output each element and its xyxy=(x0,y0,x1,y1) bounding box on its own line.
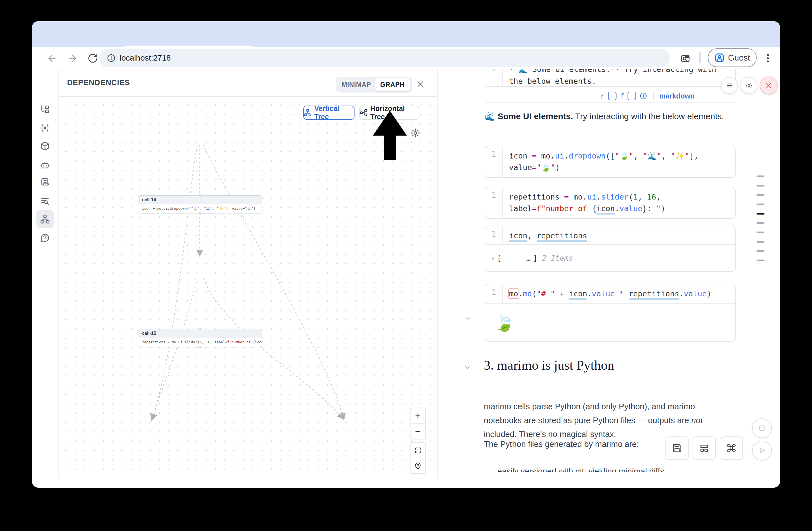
package-icon xyxy=(40,141,50,151)
toolbar-divider xyxy=(699,52,700,63)
cell-code[interactable]: icon = mo.ui.dropdown(["🍃", "🌊", "✨"], v… xyxy=(503,146,735,177)
profile-button[interactable]: Guest xyxy=(708,48,756,67)
cell-delete-button[interactable] xyxy=(760,76,778,95)
outline-mark-active[interactable] xyxy=(756,213,765,215)
url-bar[interactable]: localhost:2718 xyxy=(99,49,670,67)
language-badge[interactable]: markdown xyxy=(659,92,695,100)
expand-chevron-icon[interactable]: › xyxy=(491,254,495,262)
ellipsis: … xyxy=(526,254,531,262)
notebook-cell-md[interactable]: 1 mo.md("# " + icon.value * repetitions.… xyxy=(485,284,736,342)
outline-mark[interactable] xyxy=(756,260,765,261)
cell-code[interactable]: mo.md("# " + icon.value * repetitions.va… xyxy=(503,284,735,303)
zoom-in-button[interactable]: + xyxy=(410,408,425,423)
cell-output-divider xyxy=(485,102,736,103)
sidebar-item-ai-assistant[interactable] xyxy=(36,156,54,173)
hint-key-f: f xyxy=(620,92,624,100)
hint-divider xyxy=(653,92,654,100)
notebook-cell-clipped[interactable]: 1 **🌊 Some UI elements.** Try interactin… xyxy=(485,69,736,87)
line-number: 1 xyxy=(485,284,503,303)
layout-button[interactable] xyxy=(693,436,716,460)
sidebar-item-snippets[interactable] xyxy=(36,192,54,210)
app-sidebar xyxy=(32,69,59,478)
cell-output[interactable]: › [ … ] 2 Items xyxy=(485,245,735,271)
pin-button[interactable] xyxy=(410,458,425,473)
node-title: cell-14 xyxy=(139,196,262,204)
reload-icon[interactable] xyxy=(87,53,98,64)
tab-search-icon[interactable] xyxy=(680,53,691,64)
info-icon[interactable] xyxy=(639,92,647,100)
cell-code[interactable]: **🌊 Some UI elements.** Try interacting … xyxy=(503,69,735,86)
tab-graph[interactable]: GRAPH xyxy=(375,78,410,91)
tab-minimap[interactable]: MINIMAP xyxy=(337,78,375,91)
avatar-icon xyxy=(714,53,725,63)
dependency-graph-icon xyxy=(40,214,50,224)
cell-menu-button[interactable] xyxy=(721,77,738,94)
outline-mark[interactable] xyxy=(756,175,765,177)
node-handle-top xyxy=(199,194,201,197)
bracket-open: [ xyxy=(497,254,502,262)
outline-mark[interactable] xyxy=(756,185,765,187)
stop-button[interactable] xyxy=(752,418,772,438)
outline-mark[interactable] xyxy=(756,194,765,196)
hint-checkbox-icon[interactable] xyxy=(627,92,636,100)
cell-code[interactable]: icon, repetitions xyxy=(503,226,735,244)
help-icon xyxy=(40,233,50,243)
outline-mark[interactable] xyxy=(756,241,765,243)
stop-icon xyxy=(758,424,766,432)
notebook-cell-slider[interactable]: 1 repetitions = mo.ui.slider(1, 16, labe… xyxy=(485,187,736,219)
horizontal-tree-icon xyxy=(360,109,367,117)
sidebar-item-packages[interactable] xyxy=(36,137,54,155)
outline-mark[interactable] xyxy=(756,231,765,233)
node-handle-bottom xyxy=(199,346,201,348)
file-tree-icon xyxy=(40,104,50,114)
forward-icon[interactable] xyxy=(67,53,78,64)
variables-icon xyxy=(40,123,50,133)
fit-view-button[interactable] xyxy=(410,443,425,458)
section-chevron-icon[interactable] xyxy=(463,364,472,372)
outline-mark[interactable] xyxy=(756,222,765,224)
node-handle-bottom xyxy=(199,212,201,215)
cell-hint-row: r f markdown xyxy=(485,90,695,102)
line-number: 1 xyxy=(485,69,503,86)
sidebar-item-help[interactable] xyxy=(36,229,54,246)
outline-mark[interactable] xyxy=(756,250,765,252)
section-paragraph: marimo cells parse Python (and only Pyth… xyxy=(484,386,738,441)
zoom-out-button[interactable]: − xyxy=(410,423,425,439)
browser-tab-strip: m intro.py xyxy=(32,21,780,47)
vertical-tree-icon xyxy=(304,109,311,117)
graph-node-cell-14[interactable]: cell-14 icon = mo.ui.dropdown(["🍃", "🌊",… xyxy=(138,195,262,213)
menu-icon xyxy=(726,82,733,89)
layout-icon xyxy=(699,443,709,453)
cell-code[interactable]: repetitions = mo.ui.slider(1, 16, label=… xyxy=(503,187,735,218)
graph-settings-icon[interactable] xyxy=(410,128,420,138)
sidebar-item-variables[interactable] xyxy=(36,119,54,137)
cell-settings-button[interactable] xyxy=(740,77,757,94)
vertical-tree-label: Vertical Tree xyxy=(314,104,354,121)
graph-node-cell-15[interactable]: cell-15 repetitions = mo.ui.slider(1, 16… xyxy=(138,329,262,347)
notebook-cell-tuple[interactable]: 1 icon, repetitions › [ … ] 2 Items xyxy=(485,226,736,272)
save-button[interactable] xyxy=(665,436,688,460)
panel-title: DEPENDENCIES xyxy=(67,78,130,87)
back-icon[interactable] xyxy=(47,53,57,64)
node-title: cell-15 xyxy=(139,329,262,338)
site-info-icon[interactable] xyxy=(107,54,116,62)
line-number: 1 xyxy=(485,187,503,218)
sidebar-item-documentation[interactable] xyxy=(36,173,54,191)
keyboard-shortcuts-button[interactable] xyxy=(720,436,743,460)
profile-label: Guest xyxy=(728,53,750,62)
panel-close-button[interactable] xyxy=(415,79,425,89)
browser-menu-icon[interactable] xyxy=(763,53,773,64)
collapse-chevron-icon[interactable] xyxy=(464,314,472,322)
notebook-cell-dropdown[interactable]: 1 icon = mo.ui.dropdown(["🍃", "🌊", "✨"],… xyxy=(485,146,736,178)
clipped-list-item: easily versioned with git, yielding mini… xyxy=(497,464,664,472)
md-bold-text: Some UI elements. xyxy=(498,112,573,121)
vertical-tree-button[interactable]: Vertical Tree xyxy=(303,105,354,120)
run-button[interactable] xyxy=(752,441,772,460)
hint-checkbox-icon[interactable] xyxy=(608,92,617,100)
browser-window: m intro.py localhost:2718 Guest xyxy=(32,21,780,488)
app-content: DEPENDENCIES MINIMAP GRAPH xyxy=(32,69,780,478)
outline-mark[interactable] xyxy=(756,203,765,205)
line-number: 1 xyxy=(485,226,503,244)
sidebar-item-file-tree[interactable] xyxy=(36,100,54,118)
sidebar-item-dependencies[interactable] xyxy=(36,210,54,228)
